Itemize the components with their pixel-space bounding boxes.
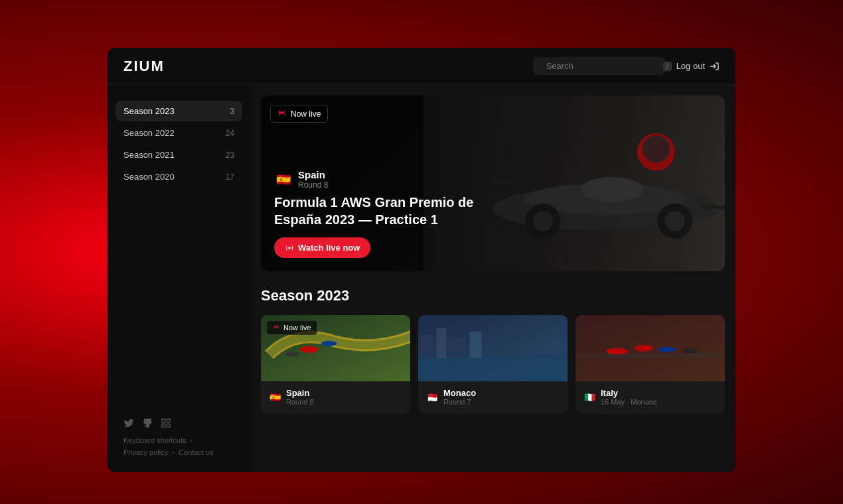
grid-icon[interactable] — [161, 418, 171, 431]
separator-1: • — [191, 436, 193, 444]
hero-country: 🇪🇸 Spain Round 8 — [274, 169, 487, 190]
card-live-label: Now live — [283, 324, 311, 332]
hero-content: 🇪🇸 Spain Round 8 Formula 1 AWS Gran Prem… — [274, 169, 487, 258]
hero-round: Round 8 — [298, 180, 328, 190]
card-now-live-badge: Now live — [266, 320, 317, 335]
privacy-policy-link[interactable]: Privacy policy — [123, 448, 168, 456]
race-card-italy[interactable]: 🇮🇹 Italy 16 May · Monaco — [575, 315, 725, 414]
italy-name: Italy — [601, 388, 656, 398]
sidebar-item-season-2023[interactable]: Season 2023 3 — [115, 101, 242, 121]
keyboard-shortcuts-link[interactable]: Keyboard shortcuts — [123, 436, 187, 444]
sidebar-social-icons — [123, 418, 234, 431]
hero-card: Now live 🇪🇸 Spain Round 8 Formula 1 AWS … — [261, 95, 725, 271]
watch-live-icon — [285, 243, 294, 253]
monaco-flag: 🇲🇨 — [425, 390, 439, 405]
search-input[interactable] — [546, 61, 658, 71]
watch-live-label: Watch live now — [298, 243, 360, 253]
hero-title: Formula 1 AWS Gran Premio de España 2023… — [274, 194, 487, 228]
live-signal-icon — [277, 108, 287, 119]
monaco-name: Monaco — [443, 388, 476, 398]
sidebar-footer: Keyboard shortcuts • Privacy policy • Co… — [115, 412, 242, 462]
content-area: Now live 🇪🇸 Spain Round 8 Formula 1 AWS … — [250, 85, 735, 472]
spain-flag: 🇪🇸 — [268, 390, 282, 405]
now-live-badge: Now live — [270, 105, 328, 123]
hero-flag: 🇪🇸 — [274, 170, 293, 189]
svg-point-10 — [580, 177, 643, 202]
season-2021-label: Season 2021 — [123, 150, 175, 160]
svg-rect-32 — [418, 358, 568, 381]
season-2023-count: 3 — [230, 107, 234, 116]
race-card-italy-info: 🇮🇹 Italy 16 May · Monaco — [575, 381, 725, 414]
app-container: ZIUM / Log out — [108, 48, 735, 472]
now-live-text: Now live — [291, 109, 321, 119]
watch-live-button[interactable]: Watch live now — [274, 237, 370, 258]
logout-icon — [709, 61, 720, 72]
season-2023-section: Season 2023 — [261, 287, 725, 414]
svg-point-16 — [664, 211, 684, 231]
spain-name: Spain — [286, 388, 314, 398]
logo: ZIUM — [123, 58, 165, 75]
sidebar: Season 2023 3 Season 2022 24 Season 2021… — [108, 85, 250, 472]
season-2022-label: Season 2022 — [123, 128, 175, 138]
season-2023-label: Season 2023 — [123, 106, 175, 116]
svg-point-18 — [642, 135, 670, 163]
race-card-monaco-country: 🇲🇨 Monaco Round 7 — [425, 388, 561, 406]
season-2021-count: 23 — [226, 151, 234, 160]
svg-rect-5 — [162, 424, 165, 427]
svg-point-25 — [275, 326, 277, 328]
github-icon[interactable] — [142, 418, 153, 431]
svg-rect-3 — [162, 419, 165, 422]
race-card-monaco[interactable]: 🇲🇨 Monaco Round 7 — [418, 315, 568, 414]
sidebar-item-season-2022[interactable]: Season 2022 24 — [115, 123, 242, 143]
season-2022-count: 24 — [226, 129, 234, 138]
svg-point-15 — [532, 211, 552, 231]
logout-button[interactable]: Log out — [676, 61, 720, 72]
search-bar[interactable]: / — [533, 57, 666, 75]
race-card-italy-country: 🇮🇹 Italy 16 May · Monaco — [582, 388, 718, 406]
italy-flag: 🇮🇹 — [582, 390, 597, 405]
svg-rect-38 — [575, 353, 725, 357]
twitter-icon[interactable] — [123, 418, 134, 431]
season-section-title: Season 2023 — [261, 287, 725, 304]
svg-rect-28 — [420, 335, 433, 358]
header: ZIUM / Log out — [108, 48, 735, 85]
svg-point-22 — [300, 346, 319, 353]
svg-point-19 — [281, 111, 283, 114]
main-layout: Season 2023 3 Season 2022 24 Season 2021… — [108, 85, 735, 472]
italy-round: 16 May · Monaco — [601, 398, 656, 406]
race-card-monaco-image — [418, 315, 568, 381]
svg-rect-6 — [167, 424, 170, 427]
search-shortcut: / — [663, 62, 672, 71]
svg-point-20 — [288, 247, 291, 249]
race-card-spain-country: 🇪🇸 Spain Round 8 — [268, 388, 404, 406]
race-card-spain-image: Now live — [261, 315, 410, 381]
svg-point-37 — [682, 348, 698, 353]
sidebar-item-season-2020[interactable]: Season 2020 17 — [115, 166, 242, 187]
svg-rect-31 — [470, 332, 482, 358]
race-card-monaco-info: 🇲🇨 Monaco Round 7 — [418, 381, 568, 414]
svg-rect-4 — [167, 419, 170, 422]
spain-round: Round 8 — [286, 398, 314, 406]
cards-grid: Now live 🇪🇸 Spain Round 8 — [261, 315, 725, 414]
race-card-spain[interactable]: Now live 🇪🇸 Spain Round 8 — [261, 315, 410, 414]
contact-us-link[interactable]: Contact us — [179, 448, 214, 456]
separator-2: • — [172, 448, 175, 456]
svg-rect-11 — [700, 206, 725, 210]
svg-point-24 — [285, 351, 300, 357]
sidebar-links: Keyboard shortcuts • Privacy policy • Co… — [123, 436, 234, 456]
svg-point-36 — [658, 347, 676, 352]
svg-rect-12 — [489, 180, 511, 184]
race-card-italy-image — [575, 315, 725, 381]
season-list: Season 2023 3 Season 2022 24 Season 2021… — [115, 101, 242, 187]
svg-rect-30 — [450, 338, 467, 358]
logout-label: Log out — [676, 61, 705, 71]
sidebar-item-season-2021[interactable]: Season 2021 23 — [115, 145, 242, 165]
hero-country-name: Spain — [298, 169, 328, 180]
svg-point-35 — [635, 345, 653, 351]
broadcast-icon — [277, 108, 287, 117]
season-2020-count: 17 — [226, 172, 234, 182]
header-right: / Log out — [533, 57, 720, 75]
card-live-icon — [272, 323, 280, 332]
season-2020-label: Season 2020 — [123, 172, 175, 182]
svg-rect-29 — [437, 328, 447, 358]
